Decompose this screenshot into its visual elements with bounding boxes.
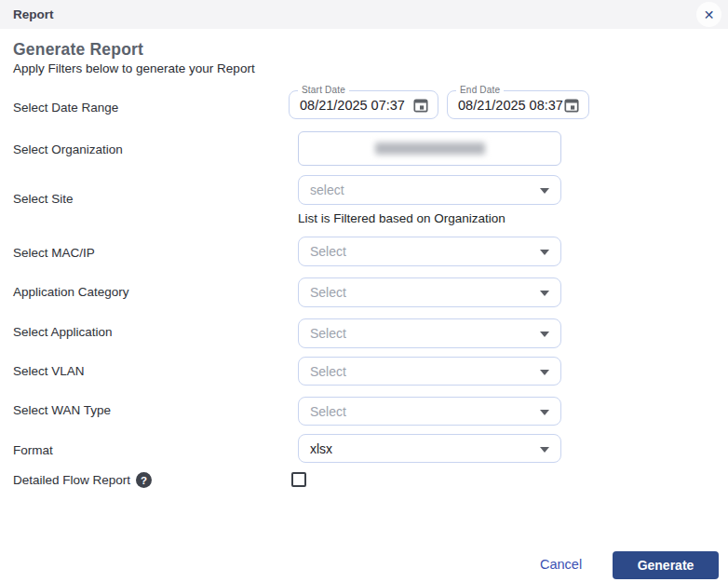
site-helper-text: List is Filtered based on Organization: [298, 211, 506, 225]
chevron-down-icon: [540, 332, 549, 337]
label-application-category: Application Category: [13, 285, 129, 299]
wan-type-placeholder: Select: [310, 404, 346, 419]
chevron-down-icon: [540, 291, 549, 296]
label-organization: Select Organization: [13, 142, 123, 156]
label-mac-ip: Select MAC/IP: [13, 246, 95, 260]
report-modal: Report ✕ Generate Report Apply Filters b…: [0, 0, 728, 582]
calendar-icon[interactable]: [412, 97, 429, 114]
site-placeholder: select: [310, 183, 344, 197]
chevron-down-icon: [540, 370, 549, 375]
cancel-button[interactable]: Cancel: [540, 557, 582, 572]
end-date-field[interactable]: End Date 08/21/2025 08:37: [447, 90, 589, 119]
start-date-field[interactable]: Start Date 08/21/2025 07:37: [289, 90, 438, 119]
site-dropdown[interactable]: select: [298, 175, 561, 205]
end-date-value: 08/21/2025 08:37: [448, 98, 563, 113]
mac-ip-dropdown[interactable]: Select: [298, 237, 561, 266]
label-vlan: Select VLAN: [13, 364, 85, 378]
page-subtitle: Apply Filters below to generate your Rep…: [13, 61, 255, 75]
detailed-flow-report-checkbox[interactable]: [291, 472, 306, 487]
application-category-dropdown[interactable]: Select: [298, 277, 561, 307]
wan-type-dropdown[interactable]: Select: [298, 397, 561, 426]
close-icon: ✕: [704, 8, 715, 21]
detailed-flow-report-text: Detailed Flow Report: [13, 473, 130, 487]
label-format: Format: [13, 443, 53, 457]
start-date-value: 08/21/2025 07:37: [290, 98, 405, 113]
label-site: Select Site: [13, 192, 74, 206]
label-detailed-flow-report: Detailed Flow Report ?: [13, 472, 152, 488]
vlan-dropdown[interactable]: Select: [298, 357, 561, 386]
page-title: Generate Report: [13, 40, 143, 60]
chevron-down-icon: [540, 410, 549, 415]
end-date-float-label: End Date: [456, 85, 504, 95]
help-icon[interactable]: ?: [136, 472, 152, 488]
chevron-down-icon: [540, 188, 549, 194]
application-category-placeholder: Select: [310, 285, 346, 300]
vlan-placeholder: Select: [310, 364, 346, 379]
chevron-down-icon: [540, 250, 549, 255]
start-date-float-label: Start Date: [298, 85, 349, 95]
label-application: Select Application: [13, 325, 113, 339]
generate-button[interactable]: Generate: [613, 551, 719, 579]
format-dropdown[interactable]: xlsx: [298, 434, 561, 463]
chevron-down-icon: [540, 447, 549, 453]
application-dropdown[interactable]: Select: [298, 318, 561, 348]
organization-redacted-value: [375, 142, 485, 155]
label-date-range: Select Date Range: [13, 101, 118, 115]
application-placeholder: Select: [310, 326, 346, 341]
mac-ip-placeholder: Select: [310, 244, 346, 259]
help-icon-glyph: ?: [141, 475, 147, 486]
modal-title: Report: [13, 7, 54, 21]
label-wan-type: Select WAN Type: [13, 403, 111, 417]
calendar-icon[interactable]: [563, 97, 580, 114]
organization-input[interactable]: [298, 131, 561, 166]
modal-header: Report ✕: [0, 0, 728, 29]
close-button[interactable]: ✕: [696, 2, 721, 27]
format-value: xlsx: [310, 441, 332, 456]
